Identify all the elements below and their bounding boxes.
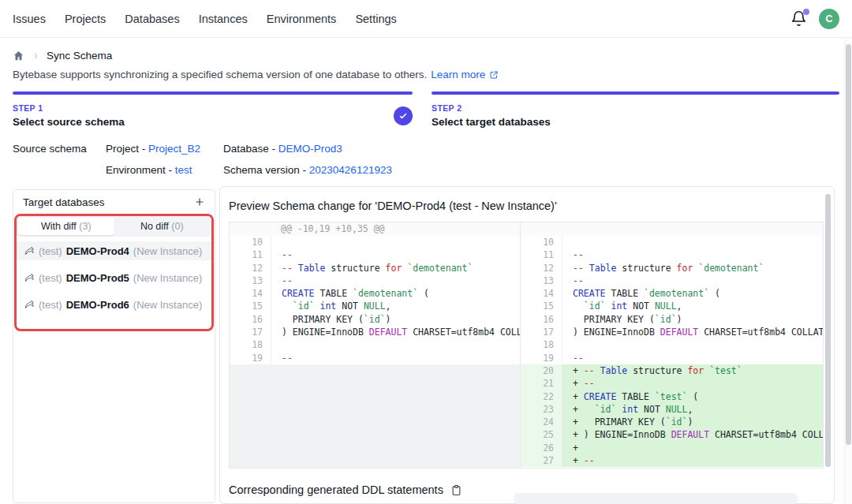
line-number: 19 xyxy=(521,352,562,364)
code-text: ) ENGINE=InnoDB DEFAULT CHARSET=utf8mb4 … xyxy=(562,326,823,338)
nav-item-issues[interactable]: Issues xyxy=(13,13,46,25)
line-number: 22 xyxy=(521,390,562,403)
tab-no-diff[interactable]: No diff (0) xyxy=(114,218,211,235)
line-number: 25 xyxy=(521,428,562,441)
target-panel-header: Target databases xyxy=(13,190,215,214)
source-project: Project - Project_B2 xyxy=(106,143,200,155)
notification-bell-icon[interactable] xyxy=(790,10,808,28)
diff-hunk-header: @@ -10,19 +10,35 @@ xyxy=(230,222,520,236)
diff-line: 23+ `id` int NOT NULL, xyxy=(521,403,823,416)
code-text: -- Table structure for `demotenant` xyxy=(271,262,520,274)
top-navigation: IssuesProjectsDatabasesInstancesEnvironm… xyxy=(0,0,852,38)
line-number: 17 xyxy=(521,326,562,338)
diff-line: 13-- xyxy=(521,274,823,287)
code-text: CREATE TABLE `demotenant` ( xyxy=(562,287,823,300)
db-environment: (test) xyxy=(39,299,62,311)
schema-version-link[interactable]: 20230426121923 xyxy=(309,164,392,176)
database-link[interactable]: DEMO-Prod3 xyxy=(278,143,342,155)
diff-line: 16 PRIMARY KEY (`id`) xyxy=(230,313,520,326)
step-2-label: Select target databases xyxy=(432,116,551,128)
page-scrollbar-thumb[interactable] xyxy=(846,44,851,445)
code-text: -- xyxy=(562,248,823,261)
nav-item-environments[interactable]: Environments xyxy=(267,13,337,25)
tab-with-diff-count: (3) xyxy=(79,221,91,232)
line-number: 12 xyxy=(521,262,562,274)
ddl-statements-block-edge xyxy=(514,493,798,504)
line-number: 14 xyxy=(521,287,562,300)
line-number: 20 xyxy=(521,364,562,377)
source-environment: Environment - test xyxy=(106,164,192,176)
diff-line: 19-- xyxy=(230,352,520,364)
line-number: 15 xyxy=(230,300,271,312)
nav-item-projects[interactable]: Projects xyxy=(65,13,106,25)
code-text: `id` int NOT NULL, xyxy=(271,300,520,312)
code-text: -- xyxy=(562,352,823,364)
code-text: CREATE TABLE `demotenant` ( xyxy=(271,287,520,300)
line-number: 12 xyxy=(230,262,271,274)
tab-no-diff-label: No diff xyxy=(140,221,169,232)
ddl-statements-text: Corresponding generated DDL statements xyxy=(229,483,443,496)
code-text xyxy=(562,338,823,351)
step1-progress-bar xyxy=(13,91,413,95)
db-name: DEMO-Prod5 xyxy=(66,272,129,284)
line-number: 17 xyxy=(230,326,271,338)
add-target-database-button[interactable] xyxy=(194,196,205,207)
learn-more-link[interactable]: Learn more xyxy=(431,69,485,80)
diff-pane-target: 1011--12-- Table structure for `demotena… xyxy=(521,222,823,468)
diff-line: 25+ ) ENGINE=InnoDB DEFAULT CHARSET=utf8… xyxy=(521,428,823,441)
nav-item-settings[interactable]: Settings xyxy=(355,13,396,25)
line-number: 23 xyxy=(521,403,562,416)
project-link[interactable]: Project_B2 xyxy=(148,143,200,155)
code-text: + ) ENGINE=InnoDB DEFAULT CHARSET=utf8mb… xyxy=(562,428,823,441)
line-number: 27 xyxy=(521,454,562,467)
diff-line: 24+ PRIMARY KEY (`id`) xyxy=(521,416,823,428)
diff-line: 17) ENGINE=InnoDB DEFAULT CHARSET=utf8mb… xyxy=(230,326,520,338)
nav-item-instances[interactable]: Instances xyxy=(199,13,248,25)
copy-icon[interactable] xyxy=(450,484,462,496)
notification-dot xyxy=(803,9,809,15)
environment-link[interactable]: test xyxy=(175,164,192,176)
step2-progress-bar xyxy=(432,91,839,95)
code-text: `id` int NOT NULL, xyxy=(562,300,823,312)
diff-line: 11-- xyxy=(230,248,520,261)
code-text: PRIMARY KEY (`id`) xyxy=(271,313,520,326)
step-1-text: STEP 1 Select source schema xyxy=(13,103,125,128)
line-number: 19 xyxy=(230,352,271,364)
line-number: 10 xyxy=(521,236,562,248)
line-number: 16 xyxy=(230,313,271,326)
diff-vertical-scrollbar[interactable] xyxy=(825,194,831,467)
code-text: PRIMARY KEY (`id`) xyxy=(562,313,823,326)
diff-line: 26+ xyxy=(521,442,823,454)
home-icon[interactable] xyxy=(13,50,24,62)
nav-right: C xyxy=(790,9,839,29)
intro-text: Bytebase supports synchronizing a specif… xyxy=(13,69,427,80)
code-text: -- xyxy=(562,274,823,287)
ddl-statements-label: Corresponding generated DDL statements xyxy=(229,483,462,496)
target-db-item[interactable]: (test)DEMO-Prod6(New Instance) xyxy=(17,295,211,314)
target-db-item[interactable]: (test)DEMO-Prod5(New Instance) xyxy=(17,268,211,287)
tab-no-diff-count: (0) xyxy=(171,221,183,232)
mysql-icon xyxy=(24,273,35,283)
code-text: + -- xyxy=(562,454,823,467)
diff-line: 19-- xyxy=(521,352,823,364)
line-number: 13 xyxy=(521,274,562,287)
code-text xyxy=(271,338,520,351)
diff-line: 12-- Table structure for `demotenant` xyxy=(230,262,520,274)
line-number: 11 xyxy=(230,248,271,261)
code-text: + PRIMARY KEY (`id`) xyxy=(562,416,823,428)
nav-item-databases[interactable]: Databases xyxy=(125,13,179,25)
target-db-item[interactable]: (test)DEMO-Prod4(New Instance) xyxy=(17,241,211,260)
avatar[interactable]: C xyxy=(819,9,839,29)
db-environment: (test) xyxy=(39,245,62,257)
code-text xyxy=(271,236,520,248)
tab-with-diff[interactable]: With diff (3) xyxy=(18,218,114,235)
diff-filter-tabs: With diff (3) No diff (0) xyxy=(17,216,211,237)
diff-line: 15 `id` int NOT NULL, xyxy=(230,300,520,312)
line-number: 10 xyxy=(230,236,271,248)
mysql-icon xyxy=(24,246,35,256)
step-1-label: Select source schema xyxy=(13,116,125,128)
target-database-list: (test)DEMO-Prod4(New Instance)(test)DEMO… xyxy=(17,237,211,314)
diff-line: 14CREATE TABLE `demotenant` ( xyxy=(521,287,823,300)
line-number: 16 xyxy=(521,313,562,326)
external-link-icon xyxy=(489,70,499,80)
